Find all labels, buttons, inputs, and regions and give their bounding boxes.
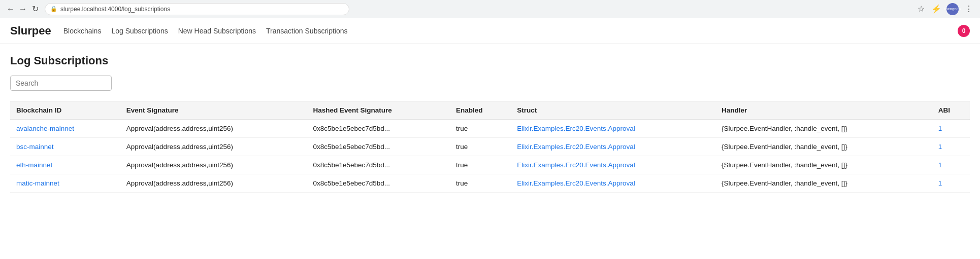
page-content: Log Subscriptions Blockchain ID Event Si… — [0, 44, 980, 203]
forward-button[interactable]: → — [18, 5, 27, 14]
page-title: Log Subscriptions — [10, 54, 970, 67]
star-icon[interactable]: ☆ — [916, 4, 926, 14]
enabled-cell: true — [450, 138, 511, 156]
notification-badge[interactable]: 0 — [958, 25, 970, 37]
col-enabled: Enabled — [450, 101, 511, 120]
abi-link[interactable]: 1 — [938, 125, 942, 132]
table-row: eth-mainnetApproval(address,address,uint… — [10, 156, 970, 174]
app-logo[interactable]: Slurpee — [10, 24, 51, 38]
col-hashed-event-signature: Hashed Event Signature — [307, 101, 450, 120]
table-row: bsc-mainnetApproval(address,address,uint… — [10, 138, 970, 156]
event-signature-cell: Approval(address,address,uint256) — [120, 120, 307, 138]
enabled-cell: true — [450, 174, 511, 193]
app-header: Slurpee Blockchains Log Subscriptions Ne… — [0, 18, 980, 44]
search-input[interactable] — [10, 76, 112, 91]
abi-link[interactable]: 1 — [938, 179, 942, 187]
subscriptions-table-wrapper: Blockchain ID Event Signature Hashed Eve… — [10, 101, 970, 193]
abi-link[interactable]: 1 — [938, 143, 942, 151]
url-text: slurpee.localhost:4000/log_subscriptions — [60, 6, 170, 13]
handler-cell: {Slurpee.EventHandler, :handle_event, []… — [715, 138, 932, 156]
browser-nav-buttons: ← → ↻ — [6, 5, 40, 14]
nav-log-subscriptions[interactable]: Log Subscriptions — [111, 27, 168, 35]
hashed-event-signature-cell: 0x8c5be1e5ebec7d5bd... — [307, 156, 450, 174]
handler-cell: {Slurpee.EventHandler, :handle_event, []… — [715, 120, 932, 138]
col-event-signature: Event Signature — [120, 101, 307, 120]
abi-link[interactable]: 1 — [938, 161, 942, 169]
event-signature-cell: Approval(address,address,uint256) — [120, 138, 307, 156]
avatar-label: Incognito — [944, 7, 961, 11]
hashed-event-signature-cell: 0x8c5be1e5ebec7d5bd... — [307, 174, 450, 193]
back-button[interactable]: ← — [6, 5, 15, 14]
col-struct: Struct — [511, 101, 715, 120]
struct-link[interactable]: Elixir.Examples.Erc20.Events.Approval — [517, 125, 635, 132]
lock-icon: 🔒 — [50, 6, 57, 12]
user-avatar[interactable]: Incognito — [946, 3, 959, 15]
reload-button[interactable]: ↻ — [30, 5, 40, 14]
enabled-cell: true — [450, 120, 511, 138]
event-signature-cell: Approval(address,address,uint256) — [120, 156, 307, 174]
enabled-cell: true — [450, 156, 511, 174]
hashed-event-signature-cell: 0x8c5be1e5ebec7d5bd... — [307, 120, 450, 138]
table-row: matic-mainnetApproval(address,address,ui… — [10, 174, 970, 193]
table-body: avalanche-mainnetApproval(address,addres… — [10, 120, 970, 193]
address-bar[interactable]: 🔒 slurpee.localhost:4000/log_subscriptio… — [45, 3, 349, 15]
col-blockchain-id: Blockchain ID — [10, 101, 120, 120]
blockchain-id-link[interactable]: matic-mainnet — [16, 179, 59, 187]
browser-right-controls: ☆ ⚡ Incognito ⋮ — [916, 3, 974, 15]
struct-link[interactable]: Elixir.Examples.Erc20.Events.Approval — [517, 179, 635, 187]
nav-links: Blockchains Log Subscriptions New Head S… — [63, 27, 348, 35]
col-handler: Handler — [715, 101, 932, 120]
blockchain-id-link[interactable]: avalanche-mainnet — [16, 125, 74, 132]
nav-new-head-subscriptions[interactable]: New Head Subscriptions — [178, 27, 256, 35]
event-signature-cell: Approval(address,address,uint256) — [120, 174, 307, 193]
menu-icon[interactable]: ⋮ — [964, 4, 974, 14]
nav-blockchains[interactable]: Blockchains — [63, 27, 102, 35]
blockchain-id-link[interactable]: eth-mainnet — [16, 161, 52, 169]
subscriptions-table: Blockchain ID Event Signature Hashed Eve… — [10, 101, 970, 193]
struct-link[interactable]: Elixir.Examples.Erc20.Events.Approval — [517, 143, 635, 151]
table-header: Blockchain ID Event Signature Hashed Eve… — [10, 101, 970, 120]
extensions-icon[interactable]: ⚡ — [931, 4, 941, 14]
table-row: avalanche-mainnetApproval(address,addres… — [10, 120, 970, 138]
hashed-event-signature-cell: 0x8c5be1e5ebec7d5bd... — [307, 138, 450, 156]
handler-cell: {Slurpee.EventHandler, :handle_event, []… — [715, 174, 932, 193]
handler-cell: {Slurpee.EventHandler, :handle_event, []… — [715, 156, 932, 174]
browser-chrome: ← → ↻ 🔒 slurpee.localhost:4000/log_subsc… — [0, 0, 980, 18]
table-header-row: Blockchain ID Event Signature Hashed Eve… — [10, 101, 970, 120]
blockchain-id-link[interactable]: bsc-mainnet — [16, 143, 54, 151]
nav-transaction-subscriptions[interactable]: Transaction Subscriptions — [266, 27, 348, 35]
struct-link[interactable]: Elixir.Examples.Erc20.Events.Approval — [517, 161, 635, 169]
col-abi: ABI — [932, 101, 970, 120]
